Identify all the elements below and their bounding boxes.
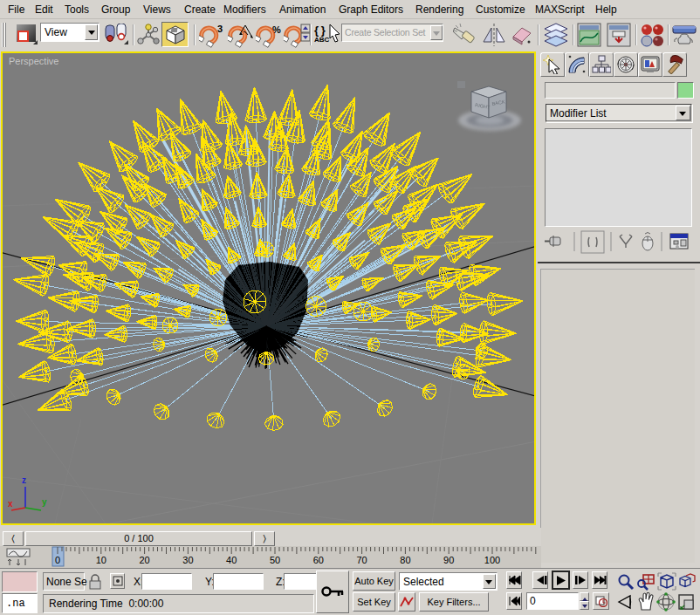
svg-text:3: 3 (217, 24, 223, 34)
svg-text:z: z (22, 475, 26, 485)
svg-text:70: 70 (356, 555, 367, 565)
svg-text:Perspective: Perspective (9, 56, 58, 66)
svg-text:20: 20 (139, 555, 149, 565)
svg-text:60: 60 (313, 555, 324, 565)
svg-text:0: 0 (55, 555, 60, 565)
svg-text:30: 30 (182, 555, 193, 565)
svg-text:80: 80 (400, 555, 410, 565)
svg-text:10: 10 (96, 555, 106, 565)
svg-text:40: 40 (226, 555, 237, 565)
svg-text:x: x (8, 499, 13, 509)
svg-text:y: y (42, 497, 47, 507)
svg-text:%: % (272, 24, 281, 35)
svg-text:100: 100 (484, 555, 500, 565)
svg-text:90: 90 (443, 555, 454, 565)
svg-text:50: 50 (270, 555, 280, 565)
